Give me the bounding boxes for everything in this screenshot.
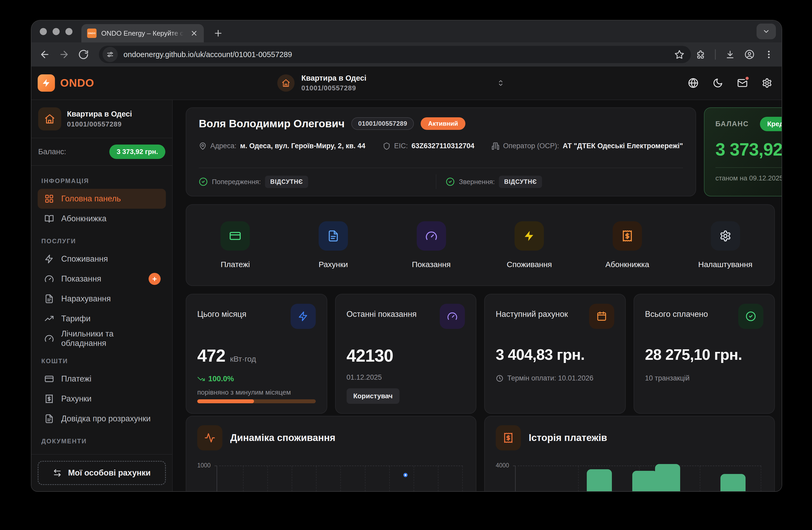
home-icon [44,113,55,124]
menu-dots-icon[interactable] [764,50,774,59]
messages-button[interactable] [737,78,748,88]
stat-note: порівняно з минулим місяцем [197,388,316,396]
tab-close-icon[interactable] [190,29,198,37]
sidebar-item-statement[interactable]: Довідка про розрахунки [38,409,166,429]
chevrons-up-down-icon [496,79,505,87]
site-settings-button[interactable] [103,47,118,62]
sidebar-item-label: Нарахування [61,294,111,304]
add-reading-badge[interactable]: + [149,273,161,285]
quick-action-payments[interactable]: Платежі [186,221,284,269]
swap-arrows-icon [53,469,62,477]
stat-title: Наступний рахунок [496,309,568,319]
payment-bar [587,469,612,492]
back-button[interactable] [39,49,50,60]
payments-chart-card: Історія платежів 4000 [484,416,775,492]
browser-tab[interactable]: ONDO ONDO Energy – Керуйте сво [81,24,204,42]
due-date: Термін оплати: 10.01.2026 [496,374,614,382]
new-tab-button[interactable] [213,28,223,38]
downloads-icon[interactable] [725,50,735,59]
url-text[interactable]: ondoenergy.github.io/uk/account/01001-00… [124,50,674,59]
profile-icon[interactable] [744,50,754,59]
status-badge: Активний [421,117,465,130]
transactions-count: 10 транзакцій [645,374,764,382]
receipt-tile [496,425,521,450]
home-icon [281,79,290,87]
balance-title: БАЛАНС [715,120,749,128]
sidebar-item-label: Показання [61,274,101,283]
url-bar[interactable]: ondoenergy.github.io/uk/account/01001-00… [99,46,691,63]
language-globe-icon[interactable] [688,78,698,88]
account-selector[interactable]: Квартира в Одесі 01001/00557289 [277,74,505,92]
brand-name: ONDO [60,77,94,89]
balance-card: БАЛАНС Кредитний баланс 3 373,92 грн. ст… [704,107,782,196]
forward-button[interactable] [59,49,70,60]
browser-toolbar: ondoenergy.github.io/uk/account/01001-00… [31,42,782,67]
sidebar-item-tariffs[interactable]: Тарифи [38,309,166,329]
file-text-icon [44,414,54,423]
selector-account-name: Квартира в Одесі [301,74,366,83]
bookmark-star-icon[interactable] [674,49,685,60]
extensions-icon[interactable] [696,50,706,59]
sidebar-item-label: Головна панель [61,194,121,204]
app-header: ONDO Квартира в Одесі 01001/00557289 [31,67,782,100]
due-date-text: Термін оплати: 10.01.2026 [507,374,593,382]
stat-card-last-reading: Останні показання 42130 01.12.2025 Корис… [335,294,477,414]
sidebar-item-readings[interactable]: Показання + [38,269,166,289]
check-circle-icon [199,177,208,186]
sidebar-item-meters[interactable]: Лічильники та обладнання [38,329,166,349]
quick-action-subscriber-book[interactable]: Абонкнижка [578,221,677,269]
lightning-icon [523,230,535,242]
divider [715,167,782,168]
sidebar: Квартира в Одесі 01001/00557289 Баланс: … [31,100,173,491]
window-close-button[interactable] [40,28,47,35]
home-badge [38,107,61,130]
book-open-icon [44,214,54,223]
check-circle-icon [745,311,756,322]
window-zoom-button[interactable] [66,28,72,35]
app-root: ONDO Квартира в Одесі 01001/00557289 [31,67,782,491]
trending-down-icon [197,375,205,383]
stat-value: 472 [197,346,225,365]
quick-action-label: Абонкнижка [605,260,649,269]
gauge-icon [44,334,54,343]
sidebar-item-consumption[interactable]: Споживання [38,249,166,269]
notification-dot [744,76,750,81]
sidebar-item-subscriber-book[interactable]: Абонкнижка [38,209,166,228]
sidebar-item-charges[interactable]: Нарахування [38,289,166,309]
quick-action-consumption[interactable]: Споживання [480,221,578,269]
divider [436,175,436,189]
window-minimize-button[interactable] [53,28,60,35]
y-axis-line [515,465,516,492]
tab-search-button[interactable] [756,24,776,39]
activity-icon [204,432,215,443]
balance-label: Баланс: [38,148,66,156]
quick-action-readings[interactable]: Показання [382,221,480,269]
my-accounts-button[interactable]: Мої особові рахунки [38,461,166,485]
consumption-tile [514,221,544,251]
gauge-icon [447,311,458,322]
eic-label: EIC: [394,142,408,150]
sidebar-item-invoices[interactable]: Рахунки [38,389,166,409]
check-circle-icon [446,177,455,186]
toolbar-divider [715,49,716,60]
subscriber-book-tile [613,221,642,251]
sidebar-item-label: Лічильники та обладнання [61,329,159,348]
invoices-tile [319,221,348,251]
stat-card-next-invoice: Наступний рахунок 3 404,83 грн. Термін о… [484,294,626,414]
sidebar-item-payments[interactable]: Платежі [38,369,166,389]
window-controls[interactable] [31,20,81,42]
settings-gear-icon[interactable] [762,78,772,88]
stat-title: Останні показання [347,309,417,319]
appeals-label: Звернення: [459,178,495,186]
appeals-value: ВІДСУТНЄ [499,176,542,188]
quick-action-invoices[interactable]: Рахунки [284,221,382,269]
sidebar-item-label: Довідка про розрахунки [61,414,151,423]
theme-moon-icon[interactable] [713,78,723,88]
sidebar-item-dashboard[interactable]: Головна панель [38,189,166,209]
quick-action-label: Споживання [507,260,552,269]
reload-button[interactable] [78,49,89,60]
dashboard-grid-icon [44,194,54,204]
brand-logo[interactable]: ONDO [38,74,94,92]
quick-action-settings[interactable]: Налаштування [676,221,774,269]
section-title-services: ПОСЛУГИ [41,237,162,245]
